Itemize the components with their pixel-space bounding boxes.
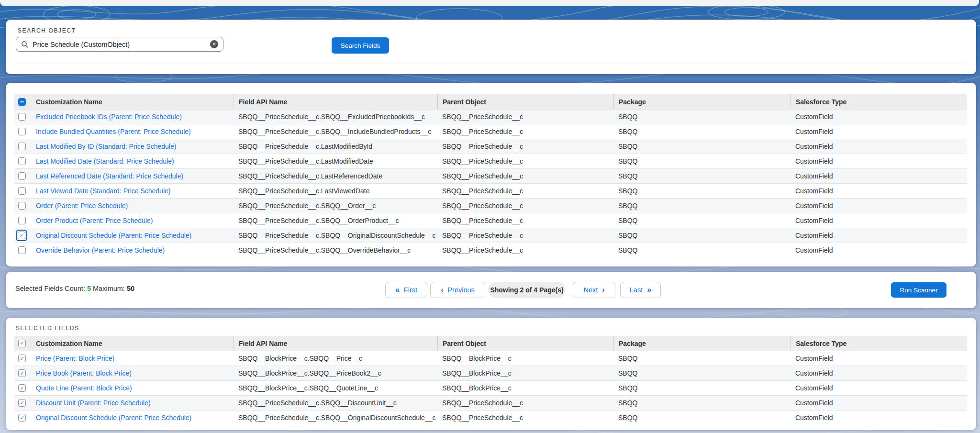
- parent-object-cell: SBQQ__BlockPrice__c: [437, 369, 613, 377]
- field-name-cell: Last Referenced Date (Standard: Price Sc…: [36, 172, 234, 180]
- row-checkbox[interactable]: [18, 202, 26, 210]
- select-all-checkbox[interactable]: ✓: [18, 384, 26, 392]
- field-name-link[interactable]: Original Discount Schedule (Parent: Pric…: [36, 232, 191, 239]
- selected-fields-label: SELECTED FIELDS: [16, 325, 79, 332]
- salesforce-type-cell: CustomField: [791, 217, 967, 224]
- last-page-button[interactable]: Last »: [620, 282, 661, 298]
- app-window: SEARCH OBJECT ✕ Search Fields Customizat…: [0, 0, 980, 433]
- field-api-name-cell: SBQQ__PriceSchedule__c.SBQQ__OriginalDis…: [234, 414, 437, 422]
- table-row: Override Behavior (Parent: Price Schedul…: [14, 243, 967, 257]
- table-row: Include Bundled Quantities (Parent: Pric…: [14, 124, 967, 139]
- table-row: ✓Price Book (Parent: Block Price)SBQQ__B…: [14, 366, 967, 380]
- select-all-checkbox[interactable]: ✓: [18, 232, 25, 239]
- column-header-salesforce-type: Salesforce Type: [791, 336, 967, 351]
- salesforce-type-cell: CustomField: [791, 369, 967, 377]
- field-name-link[interactable]: Last Referenced Date (Standard: Price Sc…: [36, 172, 183, 180]
- package-cell: SBQQ: [613, 128, 791, 135]
- selected-fields-card: SELECTED FIELDS ✓Customization NameField…: [6, 318, 976, 430]
- package-cell: SBQQ: [613, 414, 791, 422]
- row-checkbox-cell: ✓: [14, 228, 36, 243]
- maximum-label: Maximum:: [93, 285, 125, 292]
- clear-search-icon[interactable]: ✕: [210, 40, 218, 48]
- row-checkbox-cell: [14, 243, 36, 257]
- column-header-customization-name: Customization Name: [36, 340, 234, 347]
- table-row: Last Modified Date (Standard: Price Sche…: [14, 154, 967, 168]
- field-api-name-cell: SBQQ__PriceSchedule__c.LastModifiedDate: [234, 157, 437, 165]
- field-name-link[interactable]: Quote Line (Parent: Block Price): [36, 384, 132, 392]
- row-checkbox[interactable]: [18, 172, 26, 180]
- search-object-input[interactable]: [33, 41, 210, 48]
- field-name-link[interactable]: Override Behavior (Parent: Price Schedul…: [36, 246, 165, 254]
- row-checkbox[interactable]: [18, 246, 26, 254]
- previous-page-button[interactable]: ‹ Previous: [430, 282, 485, 298]
- search-fields-button[interactable]: Search Fields: [332, 37, 389, 54]
- run-scanner-button[interactable]: Run Scanner: [891, 282, 947, 298]
- select-all-checkbox[interactable]: ✓: [18, 340, 26, 347]
- field-api-name-cell: SBQQ__PriceSchedule__c.SBQQ__OverrideBeh…: [234, 246, 437, 254]
- select-all-checkbox[interactable]: ✓: [18, 399, 26, 407]
- object-search-field[interactable]: ✕: [16, 37, 223, 52]
- package-cell: SBQQ: [613, 157, 791, 165]
- table-row: ✓Original Discount Schedule (Parent: Pri…: [14, 228, 967, 243]
- salesforce-type-cell: CustomField: [791, 128, 967, 135]
- row-checkbox-cell: [14, 169, 36, 183]
- count-value: 5: [87, 285, 91, 292]
- salesforce-type-cell: CustomField: [791, 399, 967, 407]
- select-all-checkbox[interactable]: ✓: [18, 369, 26, 377]
- field-name-link[interactable]: Price Book (Parent: Block Price): [36, 369, 132, 377]
- top-toolbar-strip: [0, 0, 979, 6]
- parent-object-cell: SBQQ__PriceSchedule__c: [437, 414, 613, 422]
- table-header-row: Customization NameField API NameParent O…: [14, 94, 967, 109]
- field-name-link[interactable]: Last Viewed Date (Standard: Price Schedu…: [36, 187, 170, 195]
- field-name-cell: Original Discount Schedule (Parent: Pric…: [36, 414, 234, 422]
- first-page-label: First: [404, 286, 417, 294]
- field-name-link[interactable]: Last Modified By ID (Standard: Price Sch…: [36, 143, 176, 150]
- field-name-link[interactable]: Discount Unit (Parent: Price Schedule): [36, 399, 151, 407]
- row-checkbox[interactable]: [18, 113, 26, 121]
- fields-table-card: Customization NameField API NameParent O…: [6, 83, 976, 266]
- table-row: ✓Discount Unit (Parent: Price Schedule)S…: [14, 395, 967, 410]
- select-all-checkbox[interactable]: ✓: [18, 414, 26, 422]
- row-checkbox[interactable]: [18, 157, 26, 165]
- field-name-link[interactable]: Include Bundled Quantities (Parent: Pric…: [36, 128, 191, 135]
- field-name-cell: Last Modified Date (Standard: Price Sche…: [36, 157, 234, 165]
- table-row: Last Viewed Date (Standard: Price Schedu…: [14, 183, 967, 198]
- package-cell: SBQQ: [613, 246, 791, 254]
- field-name-link[interactable]: Last Modified Date (Standard: Price Sche…: [36, 157, 174, 165]
- table-row: Order Product (Parent: Price Schedule)SB…: [14, 213, 967, 228]
- field-name-link[interactable]: Original Discount Schedule (Parent: Pric…: [36, 414, 191, 422]
- table-header-row: ✓Customization NameField API NameParent …: [14, 336, 967, 351]
- field-api-name-cell: SBQQ__PriceSchedule__c.SBQQ__IncludeBund…: [234, 128, 437, 135]
- field-name-link[interactable]: Price (Parent: Block Price): [36, 355, 114, 362]
- parent-object-cell: SBQQ__PriceSchedule__c: [437, 232, 613, 239]
- select-all-cell: ✓: [14, 336, 36, 351]
- select-all-checkbox[interactable]: ✓: [18, 355, 26, 362]
- pagination-card: Selected Fields Count: 5 Maximum: 50 « F…: [6, 272, 976, 308]
- package-cell: SBQQ: [613, 113, 791, 121]
- table-row: ✓Quote Line (Parent: Block Price)SBQQ__B…: [14, 380, 967, 395]
- field-name-link[interactable]: Excluded Pricebook IDs (Parent: Price Sc…: [36, 113, 182, 121]
- field-name-cell: Include Bundled Quantities (Parent: Pric…: [36, 128, 234, 135]
- parent-object-cell: SBQQ__PriceSchedule__c: [437, 157, 613, 165]
- selected-fields-table: ✓Customization NameField API NameParent …: [14, 336, 967, 425]
- row-checkbox-cell: [14, 110, 36, 124]
- row-checkbox[interactable]: [18, 143, 26, 150]
- table-row: Last Referenced Date (Standard: Price Sc…: [14, 168, 967, 183]
- field-name-link[interactable]: Order Product (Parent: Price Schedule): [36, 217, 153, 224]
- field-name-cell: Order (Parent: Price Schedule): [36, 202, 234, 210]
- first-page-button[interactable]: « First: [385, 282, 427, 298]
- field-name-link[interactable]: Order (Parent: Price Schedule): [36, 202, 128, 210]
- row-checkbox[interactable]: [18, 128, 26, 135]
- row-checkbox[interactable]: [18, 187, 26, 195]
- salesforce-type-cell: CustomField: [791, 157, 967, 165]
- field-api-name-cell: SBQQ__PriceSchedule__c.SBQQ__ExcludedPri…: [234, 113, 437, 121]
- table-row: Last Modified By ID (Standard: Price Sch…: [14, 139, 967, 154]
- previous-page-label: Previous: [447, 286, 474, 294]
- row-checkbox-cell: [14, 184, 36, 198]
- package-cell: SBQQ: [613, 355, 791, 362]
- field-name-cell: Price (Parent: Block Price): [36, 355, 234, 362]
- salesforce-type-cell: CustomField: [791, 246, 967, 254]
- select-all-checkbox[interactable]: [18, 98, 26, 106]
- row-checkbox[interactable]: [18, 217, 26, 224]
- next-page-button[interactable]: Next ›: [573, 282, 615, 298]
